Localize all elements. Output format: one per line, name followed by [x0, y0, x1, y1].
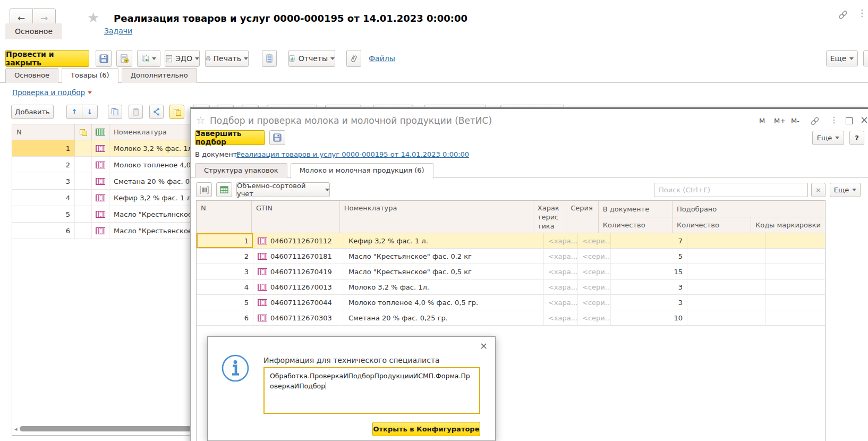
col-qty-picked[interactable]: Количество [673, 217, 751, 233]
table-row[interactable]: 2 04607112670181 Масло "Крестьянское" фа… [197, 249, 825, 264]
doc-label: В документ: [195, 150, 240, 158]
files-link[interactable]: Файлы [369, 54, 395, 63]
more-button[interactable]: Еще [812, 131, 844, 145]
open-in-configurator-button[interactable]: Открыть в Конфигураторе [372, 422, 480, 436]
maximize-icon[interactable] [846, 117, 853, 124]
col-qty-doc[interactable]: Количество [599, 217, 672, 233]
check-pick-link[interactable]: Проверка и подбор [12, 88, 85, 97]
finish-pick-button[interactable]: Завершить подбор [195, 130, 265, 145]
row-codes [766, 264, 825, 279]
table-row[interactable]: 3 04607112670419 Масло "Крестьянское" фа… [197, 264, 825, 279]
col-series[interactable]: Серия [566, 201, 599, 233]
col-n[interactable]: N [12, 124, 75, 140]
table-row[interactable]: 4 04607112670013 Молоко 3,2 % фас. 1л. <… [197, 279, 825, 295]
favorite-star-outline-icon[interactable]: ☆ [196, 114, 205, 126]
copy-icon [111, 108, 119, 116]
kebab-menu-icon[interactable]: ⋮ [830, 115, 838, 125]
row-codes [766, 279, 825, 294]
goods-list-button[interactable] [216, 182, 232, 197]
row-characteristic: <хара... [544, 295, 578, 310]
scale-up-button[interactable]: М+ [774, 117, 786, 125]
dropdown-arrow-icon [195, 57, 199, 60]
close-icon[interactable]: × [860, 114, 868, 125]
info-icon [221, 354, 250, 383]
row-characteristic: <хара... [544, 279, 578, 294]
get-link-icon[interactable] [837, 9, 849, 21]
table-row[interactable]: 5 04607112670044 Молоко топленое 4,0 % ф… [197, 295, 825, 310]
move-down-button[interactable]: ↓ [82, 105, 98, 119]
tab-milk-products[interactable]: Молоко и молочная продукция (6) [291, 163, 433, 179]
tab-main[interactable]: Основное [5, 68, 58, 83]
table-row[interactable]: 1 04607112670112 Кефир 3,2 % фас. 1 л. <… [197, 233, 825, 249]
tab-packaging[interactable]: Структура упаковок [195, 163, 287, 178]
favorite-star-icon[interactable]: ★ [87, 10, 99, 26]
search-input[interactable] [654, 183, 808, 197]
kebab-menu-icon[interactable]: ⋮ [857, 7, 866, 18]
row-series: <сери... [578, 233, 611, 248]
volume-accounting-button[interactable]: Объемно-сортовой учет [236, 182, 330, 197]
col-picked[interactable]: Подобрано [673, 201, 825, 217]
row-codes [766, 295, 825, 310]
reports-button[interactable]: Отчеты [288, 50, 335, 67]
attachments-button[interactable] [346, 50, 361, 67]
arrow-up-icon: ↑ [72, 108, 78, 116]
reports-icon [289, 54, 296, 63]
scale-normal-button[interactable]: М [759, 117, 765, 125]
scan-barcode-button[interactable] [196, 182, 212, 197]
nav-tab-main[interactable]: Основное [5, 23, 62, 39]
row-n: 1 [12, 140, 75, 156]
doc-link[interactable]: Реализация товаров и услуг 0000-000195 о… [236, 150, 469, 158]
row-n: 3 [197, 264, 253, 279]
row-flag [75, 190, 92, 206]
tab-extra[interactable]: Дополнительно [122, 68, 197, 83]
edo-button[interactable]: ЭДО [165, 50, 200, 67]
post-and-close-button[interactable]: Провести и закрыть [5, 50, 89, 67]
copy-button[interactable] [108, 105, 122, 119]
structure-button[interactable] [262, 50, 277, 67]
get-link-icon[interactable] [810, 116, 820, 126]
col-marking-flag[interactable] [92, 124, 109, 140]
search-more-button[interactable]: Еще [830, 183, 861, 197]
post-document-button[interactable] [116, 50, 132, 67]
col-n[interactable]: N [197, 201, 252, 233]
save-button[interactable] [269, 130, 285, 145]
scroll-left-icon[interactable]: ◂ [14, 426, 18, 432]
col-in-document[interactable]: В документе [599, 201, 672, 217]
marking-icon [96, 194, 105, 201]
add-row-button[interactable]: Добавить [11, 105, 54, 119]
check-pick-menu[interactable]: Проверка и подбор [12, 88, 92, 97]
tech-info-textarea[interactable]: Обработка.ПроверкаИПодборПродукцииИСМП.Ф… [263, 367, 480, 414]
row-qty-doc: 7 [611, 233, 687, 248]
row-qty-doc: 10 [611, 310, 687, 325]
back-icon: ← [18, 13, 25, 23]
row-marking [92, 190, 109, 206]
close-icon[interactable]: × [480, 340, 488, 351]
search-clear-button[interactable]: × [811, 183, 826, 197]
save-button[interactable] [96, 50, 112, 67]
paste-button[interactable] [129, 105, 143, 119]
col-gtin[interactable]: GTIN [252, 201, 340, 233]
row-qty-picked [687, 233, 766, 248]
share-button[interactable] [149, 105, 164, 119]
nav-tab-tasks[interactable]: Задачи [104, 27, 132, 35]
row-characteristic: <хара... [544, 249, 578, 264]
col-nomenclature[interactable]: Номенклатура [340, 201, 533, 233]
row-n: 1 [197, 233, 253, 248]
row-gtin: 04607112670044 [253, 295, 344, 310]
row-series: <сери... [578, 310, 611, 325]
col-codes[interactable]: Коды маркировки [751, 217, 825, 233]
scale-down-button[interactable]: М- [791, 117, 799, 125]
cut-off-button[interactable] [863, 50, 868, 66]
help-button[interactable]: ? [849, 131, 864, 145]
help-icon: ? [855, 134, 859, 142]
move-up-button[interactable]: ↑ [66, 105, 82, 119]
col-characteristic[interactable]: Характеристика [533, 201, 566, 233]
copy-rows-button[interactable] [169, 105, 184, 119]
more-button[interactable]: Еще [826, 50, 858, 66]
print-button[interactable]: Печать [205, 50, 249, 67]
col-copy-flag[interactable] [75, 124, 92, 140]
floppy-icon [99, 54, 108, 63]
table-row[interactable]: 6 04607112670303 Сметана 20 % фас. 0,25 … [197, 310, 825, 326]
create-based-on-button[interactable] [137, 50, 160, 67]
tab-goods[interactable]: Товары (6) [62, 68, 118, 83]
